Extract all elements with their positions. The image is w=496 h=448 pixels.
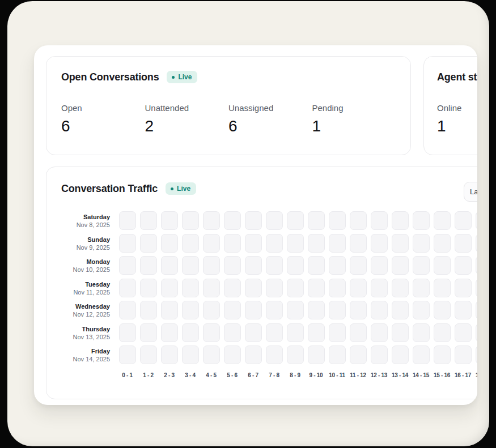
day-date: Nov 11, 2025 xyxy=(46,288,110,297)
hour-label: 11 - 12 xyxy=(347,372,368,378)
heatmap-cell xyxy=(413,211,430,230)
heatmap-cell xyxy=(308,279,325,297)
open-conversations-card: Open Conversations Live Open6Unattended2… xyxy=(46,56,411,155)
heatmap-cell-row xyxy=(119,234,477,253)
heatmap-cell xyxy=(161,301,178,319)
heatmap-cell xyxy=(308,211,325,230)
heatmap-cell xyxy=(434,323,451,342)
day-label: MondayNov 10, 2025 xyxy=(46,256,110,275)
hour-label: 2 - 3 xyxy=(159,372,180,378)
heatmap-cell xyxy=(140,211,157,230)
heatmap-cell xyxy=(119,323,136,342)
live-dot-icon xyxy=(171,187,173,190)
heatmap-cell-row xyxy=(119,301,477,319)
heatmap-cell xyxy=(329,323,346,342)
open-conversations-title: Open Conversations xyxy=(61,71,159,83)
heatmap-cell xyxy=(119,345,136,364)
day-label: SundayNov 9, 2025 xyxy=(46,234,110,253)
heatmap-cell xyxy=(287,345,304,364)
day-date: Nov 9, 2025 xyxy=(46,244,110,252)
heatmap-cell xyxy=(308,345,325,364)
heatmap-cell xyxy=(350,211,367,230)
app-panel: Open Conversations Live Open6Unattended2… xyxy=(7,1,489,446)
hour-label: 14 - 15 xyxy=(410,372,431,378)
heatmap-cell xyxy=(476,345,477,364)
heatmap-cell xyxy=(455,234,472,253)
heatmap-cell xyxy=(266,279,283,297)
heatmap-row: ThursdayNov 13, 2025 xyxy=(46,323,477,342)
day-label: TuesdayNov 11, 2025 xyxy=(46,279,110,297)
hour-label: 13 - 14 xyxy=(389,372,410,378)
metric: Pending1 xyxy=(312,103,396,136)
heatmap-cell xyxy=(140,279,157,297)
hour-labels-row: 0 - 11 - 22 - 33 - 44 - 55 - 66 - 77 - 8… xyxy=(117,372,477,378)
heatmap-cell xyxy=(392,323,409,342)
heatmap-cell xyxy=(203,234,220,253)
heatmap-cell xyxy=(287,323,304,342)
heatmap-cell xyxy=(476,211,477,230)
heatmap-row: SundayNov 9, 2025 xyxy=(46,234,477,253)
hour-label: 8 - 9 xyxy=(285,372,306,378)
day-label: ThursdayNov 13, 2025 xyxy=(46,323,110,342)
live-dot-icon xyxy=(172,76,175,79)
heatmap-cell xyxy=(182,234,199,253)
day-label: SaturdayNov 8, 2025 xyxy=(46,211,110,230)
heatmap-cell xyxy=(161,256,178,275)
heatmap-cell xyxy=(266,256,283,275)
heatmap-cell xyxy=(182,301,199,319)
heatmap-cell xyxy=(413,234,430,253)
heatmap-cell xyxy=(182,323,199,342)
live-badge: Live xyxy=(166,182,196,195)
metric-label: Open xyxy=(61,103,145,113)
heatmap-cell xyxy=(350,345,367,364)
heatmap-cell xyxy=(455,345,472,364)
heatmap-cell xyxy=(371,211,388,230)
metric-label: Unattended xyxy=(145,103,229,113)
heatmap-cell xyxy=(266,234,283,253)
heatmap-cell xyxy=(245,211,262,230)
hour-label: 9 - 10 xyxy=(306,372,327,378)
heatmap-cell xyxy=(455,256,472,275)
day-name: Tuesday xyxy=(46,280,110,288)
heatmap-cell xyxy=(245,323,262,342)
heatmap-cell xyxy=(308,323,325,342)
heatmap-cell xyxy=(434,211,451,230)
day-name: Friday xyxy=(46,347,110,355)
heatmap-cell xyxy=(119,256,136,275)
heatmap-cell xyxy=(371,256,388,275)
heatmap-cell xyxy=(245,279,262,297)
conversation-traffic-card: Conversation Traffic Live Last 7 days Sa… xyxy=(46,167,477,399)
heatmap-cell xyxy=(245,345,262,364)
heatmap-cell xyxy=(224,211,241,230)
heatmap-cell xyxy=(287,211,304,230)
heatmap-cell xyxy=(455,211,472,230)
conversation-traffic-title: Conversation Traffic xyxy=(61,183,158,195)
heatmap-cell xyxy=(434,279,451,297)
heatmap-cell xyxy=(434,256,451,275)
heatmap-cell xyxy=(224,234,241,253)
day-name: Monday xyxy=(46,258,110,266)
agent-status-header: Agent status xyxy=(437,70,477,84)
hour-label: 5 - 6 xyxy=(222,372,243,378)
day-name: Sunday xyxy=(46,236,110,244)
heatmap-cell xyxy=(308,256,325,275)
day-date: Nov 8, 2025 xyxy=(46,221,110,229)
heatmap-cell xyxy=(266,345,283,364)
heatmap-cell xyxy=(392,345,409,364)
dashboard-container: Open Conversations Live Open6Unattended2… xyxy=(34,45,477,405)
day-label: WednesdayNov 12, 2025 xyxy=(46,301,110,319)
hour-label: 7 - 8 xyxy=(264,372,285,378)
heatmap-cell xyxy=(434,234,451,253)
metric-label: Pending xyxy=(312,103,396,113)
heatmap-cell xyxy=(266,211,283,230)
heatmap-cell xyxy=(182,345,199,364)
heatmap-cell xyxy=(308,234,325,253)
heatmap-cell xyxy=(371,345,388,364)
heatmap-cell-row xyxy=(119,211,477,230)
heatmap-cell xyxy=(203,211,220,230)
heatmap-cell xyxy=(308,301,325,319)
heatmap-cell xyxy=(224,256,241,275)
heatmap-cell xyxy=(329,345,346,364)
heatmap-row: SaturdayNov 8, 2025 xyxy=(46,211,477,230)
date-range-button[interactable]: Last 7 days xyxy=(464,182,477,202)
